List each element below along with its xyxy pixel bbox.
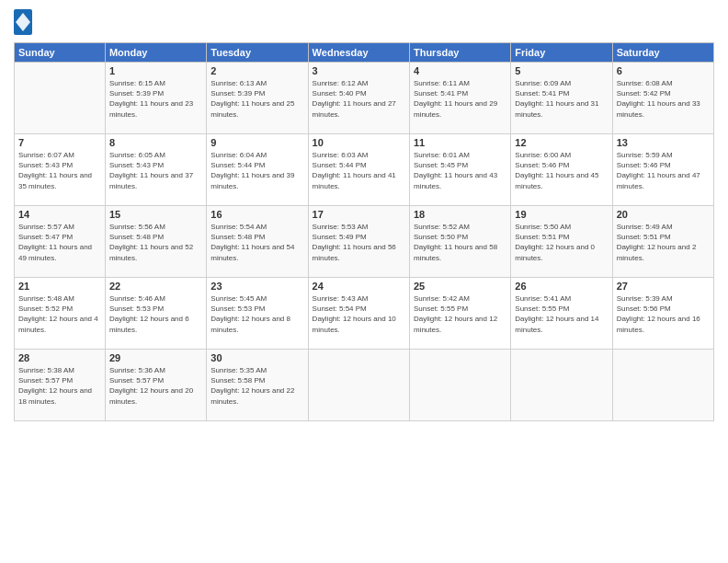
day-cell: [511, 350, 612, 421]
logo: [14, 9, 36, 35]
day-cell: 18Sunrise: 5:52 AMSunset: 5:50 PMDayligh…: [409, 206, 510, 278]
day-info: Sunrise: 6:15 AMSunset: 5:39 PMDaylight:…: [109, 78, 202, 120]
day-cell: 10Sunrise: 6:03 AMSunset: 5:44 PMDayligh…: [308, 134, 409, 206]
day-cell: 30Sunrise: 5:35 AMSunset: 5:58 PMDayligh…: [207, 350, 308, 421]
day-number: 16: [210, 209, 303, 220]
day-cell: 29Sunrise: 5:36 AMSunset: 5:57 PMDayligh…: [105, 350, 206, 421]
day-cell: 17Sunrise: 5:53 AMSunset: 5:49 PMDayligh…: [308, 206, 409, 278]
day-cell: 28Sunrise: 5:38 AMSunset: 5:57 PMDayligh…: [15, 350, 106, 421]
day-info: Sunrise: 5:46 AMSunset: 5:53 PMDaylight:…: [109, 293, 202, 335]
day-cell: [409, 350, 510, 421]
day-cell: [612, 350, 713, 421]
day-header-thursday: Thursday: [409, 43, 510, 63]
day-cell: 27Sunrise: 5:39 AMSunset: 5:56 PMDayligh…: [612, 278, 713, 350]
day-header-tuesday: Tuesday: [207, 43, 308, 63]
day-info: Sunrise: 5:52 AMSunset: 5:50 PMDaylight:…: [414, 222, 506, 263]
week-row-1: 1Sunrise: 6:15 AMSunset: 5:39 PMDaylight…: [15, 63, 714, 134]
day-cell: 26Sunrise: 5:41 AMSunset: 5:55 PMDayligh…: [511, 278, 612, 350]
day-number: 14: [18, 209, 101, 220]
day-header-monday: Monday: [105, 43, 206, 63]
day-number: 17: [313, 209, 405, 220]
day-cell: 7Sunrise: 6:07 AMSunset: 5:43 PMDaylight…: [15, 134, 106, 206]
day-number: 28: [18, 352, 101, 363]
day-number: 19: [515, 209, 608, 220]
day-cell: 24Sunrise: 5:43 AMSunset: 5:54 PMDayligh…: [308, 278, 409, 350]
day-info: Sunrise: 6:00 AMSunset: 5:46 PMDaylight:…: [515, 150, 608, 191]
day-info: Sunrise: 6:08 AMSunset: 5:42 PMDaylight:…: [617, 78, 710, 120]
header: [14, 9, 714, 35]
day-info: Sunrise: 5:36 AMSunset: 5:57 PMDaylight:…: [109, 365, 202, 407]
header-row: SundayMondayTuesdayWednesdayThursdayFrid…: [15, 43, 714, 63]
day-number: 2: [210, 65, 303, 76]
day-number: 9: [210, 137, 303, 148]
day-info: Sunrise: 6:04 AMSunset: 5:44 PMDaylight:…: [210, 150, 303, 191]
day-cell: 21Sunrise: 5:48 AMSunset: 5:52 PMDayligh…: [15, 278, 106, 350]
day-cell: 8Sunrise: 6:05 AMSunset: 5:43 PMDaylight…: [105, 134, 206, 206]
day-info: Sunrise: 6:03 AMSunset: 5:44 PMDaylight:…: [313, 150, 405, 191]
day-number: 25: [414, 281, 506, 292]
day-cell: 11Sunrise: 6:01 AMSunset: 5:45 PMDayligh…: [409, 134, 510, 206]
day-info: Sunrise: 6:07 AMSunset: 5:43 PMDaylight:…: [18, 150, 101, 191]
day-cell: 16Sunrise: 5:54 AMSunset: 5:48 PMDayligh…: [207, 206, 308, 278]
day-number: 20: [617, 209, 710, 220]
day-number: 6: [617, 65, 710, 76]
day-info: Sunrise: 5:38 AMSunset: 5:57 PMDaylight:…: [18, 365, 101, 407]
day-info: Sunrise: 5:49 AMSunset: 5:51 PMDaylight:…: [617, 222, 710, 263]
day-info: Sunrise: 5:50 AMSunset: 5:51 PMDaylight:…: [515, 222, 608, 263]
day-info: Sunrise: 5:54 AMSunset: 5:48 PMDaylight:…: [210, 222, 303, 263]
day-info: Sunrise: 6:01 AMSunset: 5:45 PMDaylight:…: [414, 150, 506, 191]
day-cell: [15, 63, 106, 134]
day-cell: 3Sunrise: 6:12 AMSunset: 5:40 PMDaylight…: [308, 63, 409, 134]
day-info: Sunrise: 5:43 AMSunset: 5:54 PMDaylight:…: [313, 293, 405, 335]
day-header-friday: Friday: [511, 43, 612, 63]
day-cell: 6Sunrise: 6:08 AMSunset: 5:42 PMDaylight…: [612, 63, 713, 134]
day-info: Sunrise: 5:45 AMSunset: 5:53 PMDaylight:…: [210, 293, 303, 335]
day-cell: 1Sunrise: 6:15 AMSunset: 5:39 PMDaylight…: [105, 63, 206, 134]
day-info: Sunrise: 5:57 AMSunset: 5:47 PMDaylight:…: [18, 222, 101, 263]
day-number: 30: [210, 352, 303, 363]
day-number: 1: [109, 65, 202, 76]
day-number: 15: [109, 209, 202, 220]
day-number: 8: [109, 137, 202, 148]
day-cell: 15Sunrise: 5:56 AMSunset: 5:48 PMDayligh…: [105, 206, 206, 278]
day-info: Sunrise: 5:39 AMSunset: 5:56 PMDaylight:…: [617, 293, 710, 335]
day-number: 29: [109, 352, 202, 363]
week-row-4: 21Sunrise: 5:48 AMSunset: 5:52 PMDayligh…: [15, 278, 714, 350]
day-info: Sunrise: 5:59 AMSunset: 5:46 PMDaylight:…: [617, 150, 710, 191]
day-number: 3: [313, 65, 405, 76]
day-number: 18: [414, 209, 506, 220]
day-info: Sunrise: 5:35 AMSunset: 5:58 PMDaylight:…: [210, 365, 303, 407]
day-number: 11: [414, 137, 506, 148]
day-info: Sunrise: 6:13 AMSunset: 5:39 PMDaylight:…: [210, 78, 303, 120]
day-info: Sunrise: 6:11 AMSunset: 5:41 PMDaylight:…: [414, 78, 506, 120]
day-cell: 5Sunrise: 6:09 AMSunset: 5:41 PMDaylight…: [511, 63, 612, 134]
day-cell: [308, 350, 409, 421]
day-cell: 13Sunrise: 5:59 AMSunset: 5:46 PMDayligh…: [612, 134, 713, 206]
day-cell: 23Sunrise: 5:45 AMSunset: 5:53 PMDayligh…: [207, 278, 308, 350]
day-info: Sunrise: 5:56 AMSunset: 5:48 PMDaylight:…: [109, 222, 202, 263]
day-info: Sunrise: 5:53 AMSunset: 5:49 PMDaylight:…: [313, 222, 405, 263]
day-number: 4: [414, 65, 506, 76]
day-cell: 12Sunrise: 6:00 AMSunset: 5:46 PMDayligh…: [511, 134, 612, 206]
day-cell: 4Sunrise: 6:11 AMSunset: 5:41 PMDaylight…: [409, 63, 510, 134]
day-header-wednesday: Wednesday: [308, 43, 409, 63]
day-cell: 19Sunrise: 5:50 AMSunset: 5:51 PMDayligh…: [511, 206, 612, 278]
day-number: 10: [313, 137, 405, 148]
day-header-saturday: Saturday: [612, 43, 713, 63]
day-number: 5: [515, 65, 608, 76]
week-row-3: 14Sunrise: 5:57 AMSunset: 5:47 PMDayligh…: [15, 206, 714, 278]
day-number: 7: [18, 137, 101, 148]
day-number: 21: [18, 281, 101, 292]
week-row-5: 28Sunrise: 5:38 AMSunset: 5:57 PMDayligh…: [15, 350, 714, 421]
day-number: 24: [313, 281, 405, 292]
day-info: Sunrise: 6:09 AMSunset: 5:41 PMDaylight:…: [515, 78, 608, 120]
day-cell: 2Sunrise: 6:13 AMSunset: 5:39 PMDaylight…: [207, 63, 308, 134]
day-cell: 22Sunrise: 5:46 AMSunset: 5:53 PMDayligh…: [105, 278, 206, 350]
day-number: 27: [617, 281, 710, 292]
day-cell: 25Sunrise: 5:42 AMSunset: 5:55 PMDayligh…: [409, 278, 510, 350]
day-cell: 9Sunrise: 6:04 AMSunset: 5:44 PMDaylight…: [207, 134, 308, 206]
day-number: 23: [210, 281, 303, 292]
day-number: 26: [515, 281, 608, 292]
day-info: Sunrise: 5:41 AMSunset: 5:55 PMDaylight:…: [515, 293, 608, 335]
day-info: Sunrise: 6:05 AMSunset: 5:43 PMDaylight:…: [109, 150, 202, 191]
